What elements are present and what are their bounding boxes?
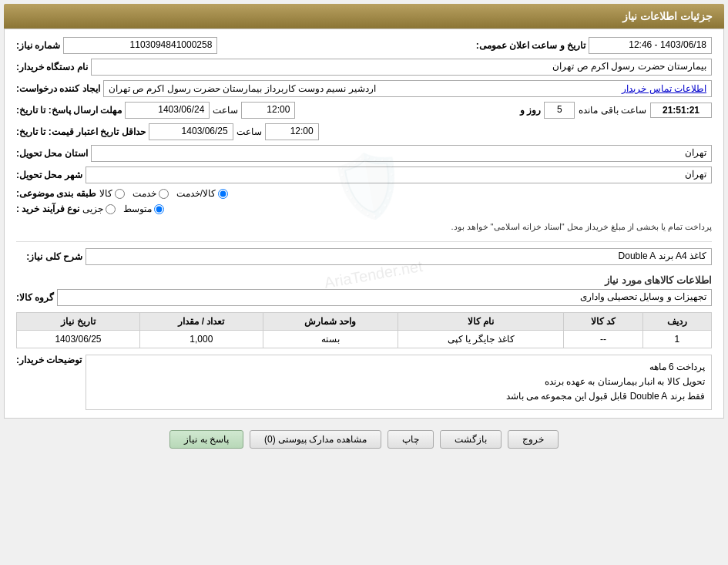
exit-button[interactable]: خروج xyxy=(508,430,559,449)
cell-unit: بسته xyxy=(263,331,398,348)
purchase-type-partial[interactable]: جزیی xyxy=(82,203,116,214)
min-validity-date: 1403/06/25 xyxy=(149,123,233,140)
remaining-time: 21:51:21 xyxy=(650,103,712,118)
deadline-label: مهلت ارسال پاسخ: تا تاریخ: xyxy=(16,105,125,116)
category-option-service[interactable]: خدمت xyxy=(133,188,169,199)
goods-group-label: گروه کالا: xyxy=(16,292,57,303)
table-row: 1 -- کاغذ جایگر یا کپی بسته 1,000 1403/0… xyxy=(17,331,712,348)
announce-datetime-label: تاریخ و ساعت اعلان عمومی: xyxy=(476,40,589,51)
row-deadline: مهلت ارسال پاسخ: تا تاریخ: 1403/06/24 سا… xyxy=(16,102,712,119)
desc-line-2: تحویل کالا به انبار بیمارستان به عهده بر… xyxy=(92,375,705,389)
row-province: استان محل تحویل: تهران xyxy=(16,145,712,162)
purchase-type-radio-group: جزیی متوسط xyxy=(82,203,164,214)
cell-quantity: 1,000 xyxy=(139,331,263,348)
cell-name: کاغذ جایگر یا کپی xyxy=(398,331,564,348)
row-goods-group: گروه کالا: تجهیزات و وسایل تحصیلی واداری xyxy=(16,289,712,306)
col-header-name: نام کالا xyxy=(398,313,564,331)
creator-label: ایجاد کننده درخواست: xyxy=(16,83,103,94)
row-creator: ایجاد کننده درخواست: اردشیر نسیم دوست کا… xyxy=(16,80,712,97)
bottom-buttons: پاسخ به نیاز مشاهده مدارک پیوستی (0) چاپ… xyxy=(4,422,724,452)
page-container: جزئیات اطلاعات نیاز 🛡️AriaTender.net شما… xyxy=(0,0,728,456)
notice-text: پرداخت تمام یا بخشی از مبلغ خریداز محل "… xyxy=(16,219,712,235)
reply-button[interactable]: پاسخ به نیاز xyxy=(169,430,243,449)
category-radio-group: کالا خدمت کالا/خدمت xyxy=(99,188,228,199)
page-header: جزئیات اطلاعات نیاز xyxy=(4,4,724,29)
row-need-number: شماره نیاز: 1103094841000258 تاریخ و ساع… xyxy=(16,37,712,54)
main-form: 🛡️AriaTender.net شماره نیاز: 11030948410… xyxy=(4,29,724,419)
col-header-unit: واحد شمارش xyxy=(263,313,398,331)
need-number-label: شماره نیاز: xyxy=(16,40,63,51)
col-header-quantity: تعداد / مقدار xyxy=(139,313,263,331)
deadline-time-label: ساعت xyxy=(213,105,238,116)
deadline-days-label: روز و xyxy=(520,105,544,116)
province-value: تهران xyxy=(91,145,712,162)
row-purchase-type: نوع فرآیند خرید : جزیی متوسط xyxy=(16,203,712,214)
min-validity-time: 12:00 xyxy=(265,123,319,140)
col-header-code: کد کالا xyxy=(564,313,642,331)
deadline-time: 12:00 xyxy=(241,102,295,119)
creator-value: اردشیر نسیم دوست کاربرداز بیمارستان حضرت… xyxy=(103,80,712,97)
row-category: طبقه بندی موضوعی: کالا خدمت کالا/خدمت xyxy=(16,188,712,199)
city-label: شهر محل تحویل: xyxy=(16,170,86,180)
view-docs-button[interactable]: مشاهده مدارک پیوستی (0) xyxy=(250,430,381,449)
goods-group-value: تجهیزات و وسایل تحصیلی واداری xyxy=(57,289,712,306)
city-value: تهران xyxy=(86,166,712,183)
cell-code: -- xyxy=(564,331,642,348)
min-validity-time-label: ساعت xyxy=(237,126,262,137)
page-title: جزئیات اطلاعات نیاز xyxy=(622,10,713,22)
row-city: شهر محل تحویل: تهران xyxy=(16,166,712,183)
buyer-org-label: نام دستگاه خریدار: xyxy=(16,62,91,72)
purchase-type-medium[interactable]: متوسط xyxy=(123,203,164,214)
cell-date: 1403/06/25 xyxy=(17,331,140,348)
summary-value: کاغذ A4 برند Double A xyxy=(86,248,712,265)
desc-line-3: فقط برند Double A قابل قبول این مجموعه م… xyxy=(92,389,705,404)
category-option-goods[interactable]: کالا xyxy=(99,188,125,199)
description-section: توضیحات خریدار: پرداخت 6 ماهه تحویل کالا… xyxy=(16,355,712,410)
deadline-days: 5 xyxy=(544,102,575,119)
announce-datetime-value: 1403/06/18 - 12:46 xyxy=(589,37,712,54)
goods-table: ردیف کد کالا نام کالا واحد شمارش تعداد /… xyxy=(16,312,712,348)
deadline-date: 1403/06/24 xyxy=(125,102,210,119)
row-buyer-org: نام دستگاه خریدار: بیمارستان حضرت رسول ا… xyxy=(16,59,712,76)
summary-label: شرح کلی نیاز: xyxy=(16,251,86,262)
col-header-date: تاریخ نیاز xyxy=(17,313,140,331)
desc-line-1: پرداخت 6 ماهه xyxy=(92,360,705,375)
province-label: استان محل تحویل: xyxy=(16,148,91,159)
min-validity-label: حداقل تاریخ اعتبار قیمت: تا تاریخ: xyxy=(16,126,149,137)
remaining-label: ساعت باقی مانده xyxy=(579,105,646,116)
need-number-value: 1103094841000258 xyxy=(63,37,217,54)
description-box: پرداخت 6 ماهه تحویل کالا به انبار بیمارس… xyxy=(86,355,712,410)
row-summary: شرح کلی نیاز: کاغذ A4 برند Double A xyxy=(16,248,712,265)
contact-link[interactable]: اطلاعات تماس خریدار xyxy=(622,83,706,94)
col-header-rownum: ردیف xyxy=(642,313,711,331)
description-label: توضیحات خریدار: xyxy=(16,355,86,410)
row-min-validity: حداقل تاریخ اعتبار قیمت: تا تاریخ: 1403/… xyxy=(16,123,712,140)
category-label: طبقه بندی موضوعی: xyxy=(16,188,99,199)
divider-1 xyxy=(16,241,712,242)
buyer-org-value: بیمارستان حضرت رسول اکرم ص تهران xyxy=(91,59,712,76)
category-option-both[interactable]: کالا/خدمت xyxy=(176,188,228,199)
back-button[interactable]: بازگشت xyxy=(440,430,502,449)
goods-section-header: اطلاعات کالاهای مورد نیاز xyxy=(16,270,712,289)
print-button[interactable]: چاپ xyxy=(387,430,434,449)
cell-rownum: 1 xyxy=(642,331,711,348)
purchase-type-label: نوع فرآیند خرید : xyxy=(16,203,82,214)
